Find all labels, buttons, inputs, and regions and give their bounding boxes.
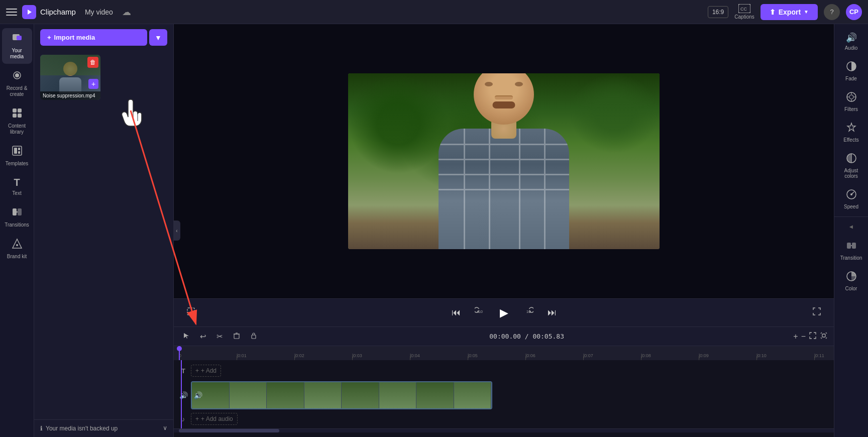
sidebar-item-content-library[interactable]: Content library [2,103,32,139]
frame-7 [454,382,492,408]
svg-rect-30 [252,335,256,339]
cloud-sync-icon: ☁ [122,7,131,18]
timeline-content: 0 |0:01 |0:02 |0:03 |0:04 |0:05 [174,346,834,437]
right-panel-item-fade[interactable]: Fade [836,57,866,85]
frame-3 [304,382,342,408]
video-track-row: 🔊 [174,379,834,411]
media-thumb-noise-suppression[interactable]: Noise suppression.mp4 🗑 + Add to timelin… [40,55,100,100]
sidebar-item-record[interactable]: Record & create [2,66,32,101]
delete-button[interactable] [230,330,243,343]
sidebar-item-brand[interactable]: Brand kit [2,234,32,264]
add-to-timeline-icon[interactable]: + [88,79,98,89]
video-canvas [348,73,660,249]
right-panel-item-color[interactable]: Color [836,267,866,295]
add-audio-label: + Add audio [201,415,233,422]
forward-10-button[interactable]: 10 [520,304,535,321]
your-media-icon [12,32,23,46]
info-icon: ℹ [40,425,43,432]
zoom-out-button[interactable]: − [801,332,806,341]
delete-media-button[interactable]: 🗑 [87,57,98,68]
import-dropdown-button[interactable]: ▼ [149,29,167,46]
right-panel-item-speed[interactable]: Speed [836,185,866,213]
zoom-in-button[interactable]: + [793,332,798,341]
brand-icon [12,238,23,252]
svg-rect-11 [18,114,22,118]
export-icon: ⬆ [770,8,776,16]
lock-button[interactable] [247,330,260,343]
help-button[interactable]: ? [824,4,840,20]
audio-track-row: ♪ + + Add audio [174,411,834,426]
ruler-9-label: |0:09 [699,353,709,358]
ruler-4-label: |0:04 [410,353,420,358]
main-layout: Your media Record & create Content lib [0,24,868,437]
video-scene [348,73,660,249]
expand-timeline-button[interactable] [820,332,828,342]
right-panel-item-transition[interactable]: Transition [836,236,866,265]
fullscreen-button[interactable] [810,304,824,321]
text-track-icon: T [181,367,185,375]
captions-button[interactable]: CC Captions [734,4,754,20]
export-label: Export [779,8,801,16]
timeline-time-display: 00:00.00 / 00:05.83 [264,333,789,340]
crop-button[interactable] [184,304,198,321]
cut-button[interactable]: ✂ [213,330,226,343]
topbar-left: Clipchamp My video ☁ [6,5,702,19]
video-track[interactable]: 🔊 [191,381,492,409]
skip-button[interactable]: ⏭ [546,305,559,320]
sidebar-label-record: Record & create [5,85,29,97]
undo-button[interactable]: ↩ [197,330,209,343]
select-tool-button[interactable] [180,330,193,343]
video-track-frames [192,382,491,408]
zoom-fit-button[interactable] [809,332,817,342]
audio-track-body[interactable]: + + Add audio [191,412,832,426]
right-panel-item-audio[interactable]: 🔊 Audio [836,28,866,55]
right-panel-item-filters[interactable]: Filters [836,87,866,116]
topbar: Clipchamp My video ☁ 16:9 CC Captions ⬆ … [0,0,868,24]
add-text-button[interactable]: + + Add [191,365,221,377]
play-button[interactable]: ▶ [498,304,510,321]
back-10-button[interactable]: 10 [473,304,488,321]
rewind-button[interactable]: ⏮ [450,305,463,320]
right-panel-collapse-toggle[interactable]: ▼ [836,220,866,234]
ruler-10-label: |0:10 [756,353,767,358]
profile-button[interactable]: CP [846,4,862,20]
right-panel-divider [834,216,868,217]
adjust-colors-icon [846,153,857,166]
svg-text:10: 10 [479,310,483,313]
media-grid: Noise suppression.mp4 🗑 + Add to timelin… [34,51,173,419]
sidebar-item-text[interactable]: T Text [2,173,32,200]
import-media-button[interactable]: + Import media [40,29,147,46]
right-panel-item-effects[interactable]: Effects [836,118,866,147]
svg-rect-8 [13,108,17,113]
svg-rect-17 [18,208,22,215]
sidebar-label-brand: Brand kit [7,254,27,260]
ruler-2-label: |0:02 [294,353,304,358]
sidebar-item-transitions[interactable]: Transitions [2,202,32,232]
scrollbar-thumb[interactable] [179,429,279,432]
panel-collapse-button[interactable]: ‹ [173,221,180,241]
hamburger-menu[interactable] [6,7,17,18]
timeline-tracks: T + + Add 🔊 [174,360,834,428]
svg-point-34 [849,95,853,99]
right-panel-item-adjust-colors[interactable]: Adjust colors [836,149,866,183]
track-volume-icon: 🔊 [194,391,202,399]
project-name[interactable]: My video [81,6,117,18]
export-button[interactable]: ⬆ Export ▼ [761,4,818,20]
import-plus-icon: + [47,34,51,41]
sidebar-item-templates[interactable]: Templates [2,141,32,171]
svg-marker-26 [184,333,189,339]
text-track-body[interactable]: + + Add [191,364,832,378]
add-audio-button[interactable]: + + Add audio [191,413,238,425]
ruler-1-label: |0:01 [237,353,247,358]
record-icon [12,70,23,83]
backup-chevron-icon[interactable]: ∧ [163,425,167,432]
transition-icon [846,240,857,253]
media-thumb-label: Noise suppression.mp4 [40,91,100,100]
sidebar-item-your-media[interactable]: Your media [2,28,32,64]
timeline-ruler: 0 |0:01 |0:02 |0:03 |0:04 |0:05 [174,346,834,360]
app-logo: Clipchamp [22,5,76,19]
aspect-ratio-button[interactable]: 16:9 [708,6,728,18]
timeline-scrollbar[interactable] [174,428,834,432]
filters-icon [846,91,857,104]
ruler-7-label: |0:07 [583,353,593,358]
